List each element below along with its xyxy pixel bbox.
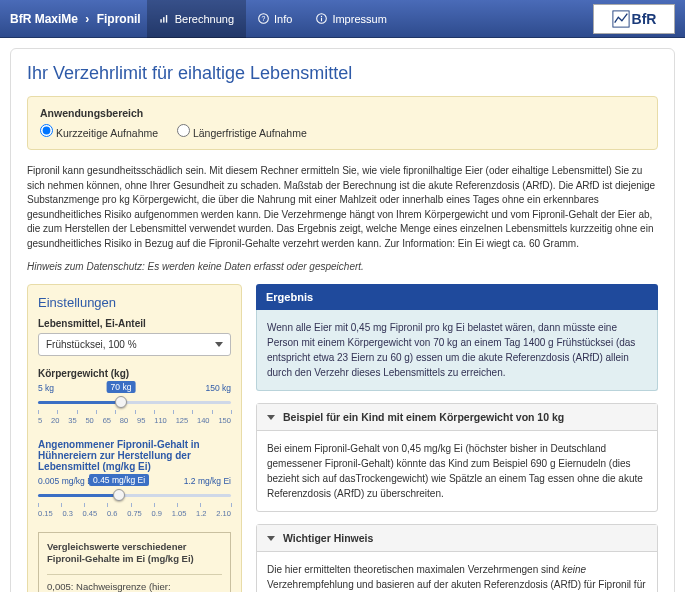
svg-rect-1 xyxy=(163,17,164,23)
topbar: BfR MaxiMe › Fipronil Berechnung ? Info … xyxy=(0,0,685,38)
svg-point-6 xyxy=(321,16,322,17)
weight-tick-labels: 5203550658095110125140150 xyxy=(38,416,231,425)
chevron-down-icon xyxy=(267,536,275,541)
panel-child-example: Beispiel für ein Kind mit einem Körperge… xyxy=(256,403,658,512)
page-title: Ihr Verzehrlimit für eihaltige Lebensmit… xyxy=(27,63,658,84)
brand-topic: Fipronil xyxy=(97,12,141,26)
result-text: Wenn alle Eier mit 0,45 mg Fipronil pro … xyxy=(256,310,658,391)
compare-row: 0,005: Nachweisgrenze (hier: Rückstandsh… xyxy=(47,574,222,592)
weight-max: 150 kg xyxy=(205,383,231,393)
breadcrumb-sep: › xyxy=(85,12,89,26)
scope-opt-shortterm[interactable]: Kurzzeitige Aufnahme xyxy=(40,127,158,139)
help-icon: ? xyxy=(258,13,269,24)
radio-longterm[interactable] xyxy=(177,124,190,137)
result-heading: Ergebnis xyxy=(256,284,658,310)
info-icon xyxy=(316,13,327,24)
nav-info[interactable]: ? Info xyxy=(246,0,304,38)
weight-slider[interactable]: 5 kg 150 kg 70 kg 5203550658095110125140… xyxy=(38,383,231,425)
svg-rect-7 xyxy=(321,18,322,21)
fipronil-max: 1.2 mg/kg Ei xyxy=(184,476,231,486)
panel-title: Beispiel für ein Kind mit einem Körperge… xyxy=(283,411,564,423)
weight-thumb[interactable] xyxy=(115,396,127,408)
fipronil-min: 0.005 mg/kg Ei xyxy=(38,476,95,486)
nav-impressum[interactable]: Impressum xyxy=(304,0,398,38)
weight-badge: 70 kg xyxy=(107,381,136,393)
svg-rect-2 xyxy=(166,15,167,23)
food-dropdown[interactable]: Frühstücksei, 100 % xyxy=(38,333,231,356)
weight-label: Körpergewicht (kg) xyxy=(38,368,231,379)
fipronil-thumb[interactable] xyxy=(113,489,125,501)
settings-panel: Einstellungen Lebensmittel, Ei-Anteil Fr… xyxy=(27,284,242,592)
settings-heading: Einstellungen xyxy=(38,295,231,310)
brand-app: BfR MaxiMe xyxy=(10,12,78,26)
panel-body: Die hier ermittelten theoretischen maxim… xyxy=(257,552,657,592)
slider-ticks xyxy=(38,503,231,507)
logo-text: BfR xyxy=(632,11,657,27)
radio-shortterm[interactable] xyxy=(40,124,53,137)
nav-label: Berechnung xyxy=(175,13,234,25)
chevron-down-icon xyxy=(215,342,223,347)
main-container: Ihr Verzehrlimit für eihaltige Lebensmit… xyxy=(10,48,675,592)
results-column: Ergebnis Wenn alle Eier mit 0,45 mg Fipr… xyxy=(256,284,658,592)
fipronil-badge: 0.45 mg/kg Ei xyxy=(89,474,149,486)
brand: BfR MaxiMe › Fipronil xyxy=(10,12,141,26)
panel-header[interactable]: Beispiel für ein Kind mit einem Körperge… xyxy=(257,404,657,431)
panel-title: Wichtiger Hinweis xyxy=(283,532,373,544)
nav-berechnung[interactable]: Berechnung xyxy=(147,0,246,38)
chart-icon xyxy=(159,13,170,24)
panel-body: Bei einem Fipronil-Gehalt von 0,45 mg/kg… xyxy=(257,431,657,511)
compare-box: Vergleichswerte verschiedener Fipronil-G… xyxy=(38,532,231,592)
weight-min: 5 kg xyxy=(38,383,54,393)
scope-label: Anwendungsbereich xyxy=(40,107,645,119)
nav-label: Impressum xyxy=(332,13,386,25)
food-label: Lebensmittel, Ei-Anteil xyxy=(38,318,231,329)
privacy-note: Hinweis zum Datenschutz: Es werden keine… xyxy=(27,261,658,272)
slider-ticks xyxy=(38,410,231,414)
chevron-down-icon xyxy=(267,415,275,420)
panel-important-notice: Wichtiger Hinweis Die hier ermittelten t… xyxy=(256,524,658,592)
svg-rect-0 xyxy=(160,19,161,22)
svg-text:?: ? xyxy=(262,15,266,22)
fipronil-slider[interactable]: 0.005 mg/kg Ei 1.2 mg/kg Ei 0.45 mg/kg E… xyxy=(38,476,231,518)
bfr-logo: BfR xyxy=(593,4,675,34)
food-value: Frühstücksei, 100 % xyxy=(46,339,137,350)
fipronil-tick-labels: 0.150.30.450.60.750.91.051.22.10 xyxy=(38,509,231,518)
logo-icon xyxy=(612,10,630,28)
fipronil-label: Angenommener Fipronil-Gehalt in Hühnerei… xyxy=(38,439,231,472)
panel-header[interactable]: Wichtiger Hinweis xyxy=(257,525,657,552)
scope-box: Anwendungsbereich Kurzzeitige Aufnahme L… xyxy=(27,96,658,150)
intro-text: Fipronil kann gesundheitsschädlich sein.… xyxy=(27,164,658,251)
scope-opt-longterm[interactable]: Längerfristige Aufnahme xyxy=(177,127,307,139)
compare-heading: Vergleichswerte verschiedener Fipronil-G… xyxy=(47,541,222,566)
nav-label: Info xyxy=(274,13,292,25)
